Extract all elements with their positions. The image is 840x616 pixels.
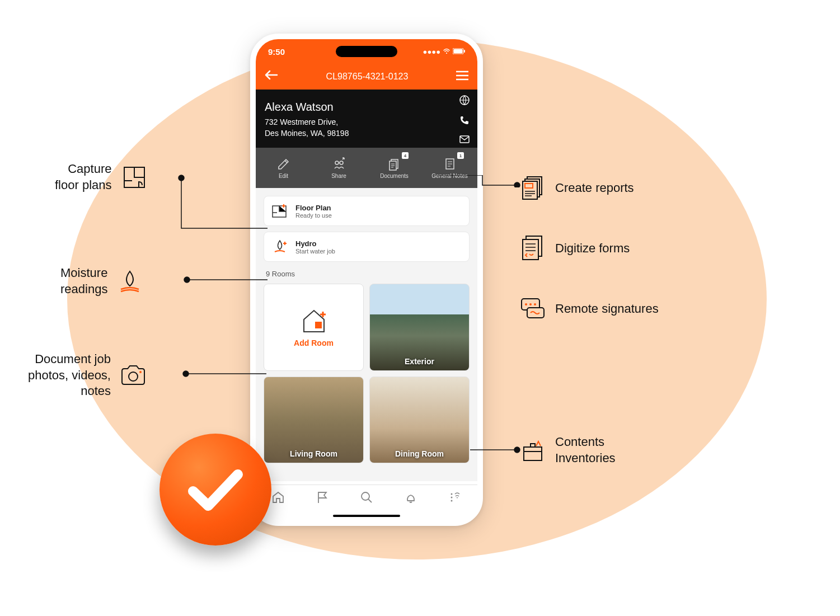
room-tile-living-room[interactable]: Living Room xyxy=(264,377,364,464)
more-nav-icon[interactable] xyxy=(448,491,462,507)
nav-bar: CL98765-4321-0123 xyxy=(256,64,477,90)
svg-point-31 xyxy=(525,303,527,305)
floor-plan-title: Floor Plan xyxy=(295,204,332,212)
callout-text: Digitize forms xyxy=(555,241,630,257)
room-tile-dining-room[interactable]: Dining Room xyxy=(369,377,470,464)
bell-nav-icon[interactable] xyxy=(404,491,417,507)
hydro-card[interactable]: Hydro Start water job xyxy=(264,232,470,262)
callout-contents-inventories: Contents Inventories xyxy=(519,434,616,466)
callout-text: Remote signatures xyxy=(555,301,659,317)
callout-remote-signatures: Remote signatures xyxy=(519,295,659,322)
floor-plan-icon xyxy=(271,202,289,220)
client-contact-icons xyxy=(459,95,470,145)
rooms-section-label: 9 Rooms xyxy=(266,270,470,278)
callout-text: Contents Inventories xyxy=(555,434,616,466)
status-icons: ●●●● xyxy=(423,48,465,56)
svg-point-7 xyxy=(340,161,343,164)
wifi-icon xyxy=(443,48,450,56)
client-header: Alexa Watson 732 Westmere Drive, Des Moi… xyxy=(256,90,477,148)
checkmark-badge xyxy=(159,434,271,546)
hydro-title: Hydro xyxy=(295,239,335,248)
callout-floor-plans: Capture floor plans xyxy=(55,161,148,193)
globe-icon[interactable] xyxy=(459,95,470,107)
client-address: 732 Westmere Drive, Des Moines, WA, 9819… xyxy=(265,117,468,139)
hydro-sub: Start water job xyxy=(295,248,335,255)
svg-point-6 xyxy=(335,161,339,164)
svg-point-32 xyxy=(529,303,532,305)
checkmark-icon xyxy=(185,464,246,515)
add-room-tile[interactable]: Add Room xyxy=(264,284,364,371)
svg-point-16 xyxy=(451,500,453,501)
phone-notch xyxy=(336,46,397,57)
signal-icon: ●●●● xyxy=(423,48,440,56)
status-bar: 9:50 ●●●● xyxy=(256,39,477,64)
callout-document-job: Document job photos, videos, notes xyxy=(28,351,147,399)
hamburger-menu-icon[interactable] xyxy=(456,69,468,84)
hydro-icon xyxy=(271,238,289,256)
room-label: Living Room xyxy=(290,449,337,458)
callout-digitize-forms: Digitize forms xyxy=(519,235,630,262)
svg-point-0 xyxy=(446,53,447,54)
signatures-callout-icon xyxy=(519,295,546,322)
forms-callout-icon xyxy=(519,235,546,262)
svg-rect-35 xyxy=(524,447,542,460)
documents-action[interactable]: 4 Documents xyxy=(367,148,422,188)
svg-point-33 xyxy=(534,303,536,305)
battery-icon xyxy=(453,48,465,56)
callout-moisture: Moisture readings xyxy=(60,265,143,297)
add-room-label: Add Room xyxy=(294,338,334,347)
flag-nav-icon[interactable] xyxy=(316,491,329,507)
floor-plan-card[interactable]: Floor Plan Ready to use xyxy=(264,196,470,226)
edit-label: Edit xyxy=(279,173,288,179)
client-name: Alexa Watson xyxy=(265,101,468,114)
search-nav-icon[interactable] xyxy=(360,491,373,507)
content-area: Floor Plan Ready to use Hydro Start wate… xyxy=(256,188,477,481)
room-tile-exterior[interactable]: Exterior xyxy=(369,284,470,371)
svg-rect-3 xyxy=(464,50,465,53)
documents-badge: 4 xyxy=(402,152,409,159)
svg-point-20 xyxy=(129,372,138,381)
documents-label: Documents xyxy=(380,173,409,179)
moisture-callout-icon xyxy=(116,268,143,295)
share-label: Share xyxy=(331,173,346,179)
svg-point-36 xyxy=(514,447,520,453)
svg-point-13 xyxy=(362,492,369,500)
email-icon[interactable] xyxy=(459,135,470,145)
home-indicator xyxy=(333,515,400,517)
back-arrow-icon[interactable] xyxy=(265,69,278,84)
svg-point-21 xyxy=(139,371,142,373)
room-grid: Add Room Exterior Living Room Dining Roo… xyxy=(264,284,470,463)
svg-point-15 xyxy=(451,496,453,498)
inventories-callout-icon xyxy=(519,437,546,464)
reports-callout-icon xyxy=(519,175,546,201)
svg-point-27 xyxy=(514,182,520,187)
add-room-house-icon xyxy=(298,307,330,334)
floor-plan-sub: Ready to use xyxy=(295,212,332,219)
callout-text: Capture floor plans xyxy=(55,161,112,193)
callout-create-reports: Create reports xyxy=(519,175,634,201)
phone-mockup: 9:50 ●●●● CL98765-4321-0123 Alexa Watson… xyxy=(250,34,483,526)
callout-text: Document job photos, videos, notes xyxy=(28,351,111,399)
home-nav-icon[interactable] xyxy=(271,491,285,507)
callout-text: Create reports xyxy=(555,180,634,196)
floor-plan-callout-icon xyxy=(121,164,148,191)
claim-id: CL98765-4321-0123 xyxy=(278,72,456,82)
svg-rect-5 xyxy=(460,136,469,143)
share-action[interactable]: Share xyxy=(311,148,367,188)
svg-rect-12 xyxy=(315,322,322,328)
notes-badge: 1 xyxy=(457,152,464,159)
phone-icon[interactable] xyxy=(459,115,470,128)
callout-text: Moisture readings xyxy=(60,265,107,297)
svg-rect-29 xyxy=(523,239,538,260)
room-label: Dining Room xyxy=(395,449,444,458)
camera-callout-icon xyxy=(120,362,147,389)
room-label: Exterior xyxy=(405,357,434,366)
svg-point-14 xyxy=(451,493,453,495)
svg-rect-2 xyxy=(454,49,463,53)
status-time: 9:50 xyxy=(268,47,285,57)
